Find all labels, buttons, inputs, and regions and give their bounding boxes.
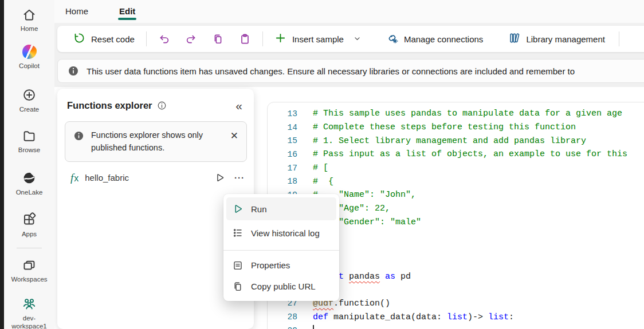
copy-icon (232, 281, 244, 292)
menu-item-copy-public-url[interactable]: Copy public URL (226, 276, 336, 297)
code-line[interactable]: 14# Complete these steps before testing … (268, 121, 644, 134)
info-icon[interactable] (157, 101, 167, 110)
paste-button[interactable] (239, 33, 251, 45)
toolbar-divider (146, 31, 147, 46)
unsaved-changes-banner: This user data functions item has unsave… (57, 59, 644, 83)
published-functions-note: Functions explorer shows only published … (65, 121, 247, 162)
undo-icon (158, 33, 170, 45)
menu-item-run[interactable]: Run (226, 197, 336, 220)
code-line[interactable]: 28def manipulate_data(data: list)-> list… (268, 310, 644, 324)
menu-item-label: View historical log (251, 228, 320, 238)
browse-folder-icon (22, 128, 37, 144)
history-log-icon (232, 227, 244, 239)
menu-item-label: Properties (251, 260, 290, 270)
ribbon-tab-strip: Home Edit (54, 0, 644, 23)
plus-icon (274, 32, 286, 46)
code-line[interactable]: 16# Pass input as a list of objects, an … (268, 148, 644, 161)
sidebar-item-label: Copilot (19, 62, 40, 70)
info-icon (68, 65, 79, 77)
manage-connections-label: Manage connections (404, 34, 483, 44)
rail-divider (17, 248, 42, 248)
undo-button[interactable] (158, 33, 170, 45)
code-text: # { (313, 177, 333, 187)
code-text: # 1. Select library management and add p… (313, 136, 586, 146)
menu-divider (223, 250, 339, 251)
line-number: 29 (268, 326, 297, 329)
function-name: hello_fabric (85, 173, 129, 183)
fx-function-icon: fx (70, 172, 78, 184)
copilot-icon (22, 44, 37, 60)
sidebar-item-label: Browse (18, 146, 40, 154)
chevron-down-icon (354, 34, 361, 44)
manage-connections-button[interactable]: Manage connections (386, 32, 483, 46)
banner-message: This user data functions item has unsave… (87, 66, 575, 76)
menu-item-label: Copy public URL (251, 282, 316, 291)
close-icon[interactable]: ✕ (228, 129, 241, 143)
home-icon (22, 7, 37, 22)
menu-item-label: Run (251, 204, 267, 214)
code-text: def manipulate_data(data: list)-> list: (313, 312, 514, 322)
create-icon (22, 88, 37, 103)
library-management-label: Library management (526, 34, 605, 44)
more-options-icon[interactable]: ··· (234, 173, 245, 183)
function-row[interactable]: fx hello_fabric ··· (57, 172, 254, 184)
reset-code-label: Reset code (91, 34, 135, 44)
collapse-panel-icon[interactable]: « (233, 98, 245, 113)
run-icon (232, 203, 244, 215)
line-number: 18 (268, 177, 297, 186)
code-text: # This sample uses pandas to manipulate … (313, 109, 622, 118)
copy-icon (212, 33, 224, 45)
sidebar-item-workspaces[interactable]: Workspaces (5, 257, 53, 283)
tab-home[interactable]: Home (63, 2, 91, 22)
code-text (313, 325, 314, 329)
tab-edit[interactable]: Edit (117, 2, 138, 22)
app-window: Home Copilot Create Browse OneLake (0, 0, 644, 329)
code-text: # Pass input as a list of objects, an ex… (313, 149, 627, 159)
line-number: 16 (268, 150, 297, 159)
insert-sample-button[interactable]: Insert sample (274, 32, 361, 46)
sidebar-item-browse[interactable]: Browse (5, 128, 53, 154)
properties-icon (232, 260, 244, 271)
info-icon (73, 130, 84, 141)
note-text: Functions explorer shows only published … (91, 129, 213, 154)
redo-button[interactable] (185, 33, 197, 45)
sidebar-item-dev-workspace1[interactable]: dev-workspace1 (5, 296, 53, 329)
window-edge (0, 0, 4, 329)
sidebar-item-onelake[interactable]: OneLake (5, 171, 53, 196)
code-line[interactable]: 18# { (268, 175, 644, 188)
toolbar-divider (619, 31, 619, 46)
sidebar-item-label: Apps (22, 230, 37, 238)
sidebar-item-apps[interactable]: Apps (5, 212, 53, 238)
edit-toolbar: Reset code Insert sample (57, 26, 644, 52)
code-line[interactable]: 13# This sample uses pandas to manipulat… (268, 107, 644, 121)
code-line[interactable]: 29 (268, 324, 644, 329)
reset-code-button[interactable]: Reset code (73, 32, 135, 46)
line-number: 15 (268, 136, 297, 145)
sidebar-item-copilot[interactable]: Copilot (5, 44, 53, 70)
code-line[interactable]: 15# 1. Select library management and add… (268, 134, 644, 148)
apps-icon (22, 212, 37, 228)
sidebar-item-label: Workspaces (11, 275, 47, 283)
menu-item-view-historical-log[interactable]: View historical log (226, 220, 336, 245)
text-cursor (313, 325, 314, 329)
line-number: 28 (268, 312, 297, 322)
sidebar-item-label: dev-workspace1 (7, 314, 52, 329)
sidebar-item-label: Create (19, 105, 40, 113)
redo-icon (185, 33, 197, 45)
workspaces-icon (22, 257, 37, 273)
function-context-menu: Run View historical log Properties Copy … (223, 194, 339, 301)
sidebar-item-label: OneLake (16, 188, 43, 196)
library-books-icon (508, 32, 520, 46)
line-number: 17 (268, 164, 297, 173)
sidebar-item-create[interactable]: Create (5, 88, 53, 113)
run-function-icon[interactable] (214, 172, 225, 183)
library-management-button[interactable]: Library management (508, 32, 605, 46)
left-nav-rail: Home Copilot Create Browse OneLake (4, 0, 54, 329)
connections-icon (386, 32, 398, 46)
paste-icon (239, 33, 251, 45)
code-line[interactable]: 17# [ (268, 161, 644, 175)
copy-button[interactable] (212, 33, 224, 45)
sidebar-item-home[interactable]: Home (5, 7, 53, 33)
line-number: 13 (268, 109, 297, 118)
menu-item-properties[interactable]: Properties (226, 255, 336, 276)
